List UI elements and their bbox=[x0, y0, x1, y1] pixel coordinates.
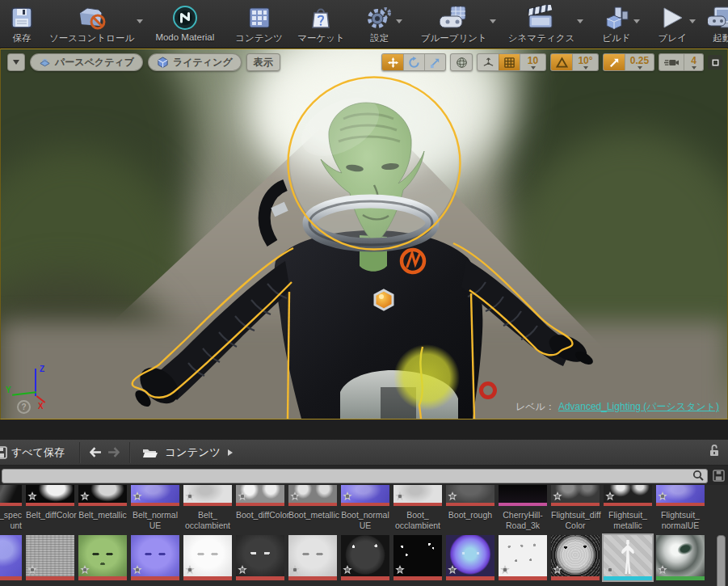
toolbar-button-content[interactable]: コンテンツ bbox=[228, 2, 290, 47]
toolbar-label: ブループリント bbox=[421, 32, 487, 44]
asset-tile[interactable]: t_spec unt bbox=[0, 485, 22, 531]
toolbar-button-blueprints[interactable]: ブループリント bbox=[414, 2, 494, 47]
toolbar-button-source-control[interactable]: ソースコントロール bbox=[42, 2, 141, 47]
asset-color-bar bbox=[656, 503, 705, 506]
lock-content-browser-button[interactable] bbox=[709, 444, 720, 461]
scale-snap-icon bbox=[608, 57, 621, 69]
alien-character[interactable] bbox=[1, 49, 727, 419]
asset-tile[interactable] bbox=[551, 535, 600, 580]
asset-tile[interactable] bbox=[393, 535, 442, 580]
breadcrumb-caret-icon[interactable] bbox=[227, 449, 234, 457]
save-filter-icon[interactable] bbox=[713, 470, 725, 482]
show-button[interactable]: 表示 bbox=[246, 53, 280, 71]
blueprint-icon bbox=[440, 4, 469, 32]
arrow-left-icon bbox=[90, 447, 102, 457]
asset-tile[interactable] bbox=[446, 535, 494, 580]
asset-color-bar bbox=[78, 576, 127, 580]
lighting-mode-button[interactable]: ライティング bbox=[148, 53, 242, 71]
asset-tile[interactable] bbox=[656, 535, 705, 580]
asset-tile[interactable] bbox=[0, 535, 22, 580]
star-icon bbox=[27, 565, 37, 575]
world-space-button[interactable] bbox=[451, 54, 472, 70]
search-input[interactable] bbox=[2, 469, 708, 483]
toolbar-button-play[interactable]: プレイ bbox=[651, 2, 694, 47]
asset-tile[interactable]: Flightsuit_ metallic bbox=[604, 485, 652, 531]
move-tool-button[interactable] bbox=[382, 54, 403, 70]
asset-tile[interactable]: Belt_diffColor bbox=[26, 485, 74, 521]
camera-speed-value[interactable]: 4 bbox=[684, 54, 703, 70]
star-icon bbox=[80, 491, 90, 501]
asset-tile[interactable]: Boot_rough bbox=[446, 485, 494, 521]
asset-tile[interactable] bbox=[236, 535, 284, 580]
asset-tile[interactable] bbox=[288, 535, 337, 580]
rotate-tool-button[interactable] bbox=[403, 54, 424, 70]
asset-tile[interactable]: Belt_ occlambient bbox=[183, 485, 232, 531]
asset-tile[interactable]: Belt_metallic bbox=[78, 485, 127, 521]
asset-tile[interactable]: Boot_metallic bbox=[288, 485, 337, 521]
asset-color-bar bbox=[551, 576, 600, 580]
asset-tile[interactable]: Boot_diffColor bbox=[236, 485, 284, 521]
asset-tile[interactable]: Belt_normal UE bbox=[131, 485, 179, 531]
asset-tile[interactable] bbox=[499, 535, 547, 580]
asset-tile[interactable] bbox=[78, 535, 127, 580]
toolbar-button-cinematics[interactable]: シネマティクス bbox=[501, 2, 582, 47]
breadcrumb-path[interactable]: コンテンツ bbox=[165, 445, 221, 460]
lit-cube-icon bbox=[157, 57, 169, 69]
scale-tool-button[interactable] bbox=[424, 54, 445, 70]
save-all-button[interactable]: すべて保存 bbox=[0, 440, 73, 465]
scale-snap-button[interactable] bbox=[604, 54, 625, 70]
asset-tile[interactable]: CherryHill- Road_3k bbox=[499, 485, 547, 531]
star-icon bbox=[343, 565, 352, 575]
axis-z-label: Z bbox=[40, 365, 44, 373]
camera-speed-button[interactable] bbox=[659, 54, 684, 70]
asset-color-bar bbox=[499, 503, 547, 506]
chevron-down-icon[interactable] bbox=[137, 19, 143, 23]
toolbar-button-launch[interactable]: 起動 bbox=[701, 2, 728, 47]
level-value[interactable]: Advanced_Lighting (パーシスタント) bbox=[558, 401, 719, 412]
maximize-viewport-button[interactable] bbox=[708, 55, 722, 70]
rotation-snap-button[interactable] bbox=[551, 54, 572, 70]
asset-tile[interactable] bbox=[341, 535, 389, 580]
scale-snap-value[interactable]: 0.25 bbox=[625, 54, 654, 70]
viewport[interactable]: Z Y X ? レベル：Advanced_Lighting (パーシスタント) … bbox=[0, 48, 728, 419]
gear-icon bbox=[366, 4, 393, 32]
viewport-options-button[interactable] bbox=[7, 53, 25, 71]
asset-tile[interactable]: Boot_ occlambient bbox=[393, 485, 442, 531]
rotation-snap-value[interactable]: 10° bbox=[572, 54, 598, 70]
asset-tile[interactable] bbox=[604, 535, 652, 580]
chevron-down-icon[interactable] bbox=[490, 19, 496, 23]
chevron-down-icon[interactable] bbox=[396, 19, 402, 23]
asset-color-bar bbox=[288, 576, 337, 580]
toolbar-button-modo-material[interactable]: Modo Material bbox=[148, 2, 221, 47]
rotation-snap-value-text: 10° bbox=[578, 55, 592, 66]
camera-speed-group: 4 bbox=[659, 53, 704, 71]
surface-snap-button[interactable] bbox=[478, 54, 499, 70]
perspective-button[interactable]: パースペクティブ bbox=[30, 53, 143, 71]
toolbar-button-build[interactable]: ビルド bbox=[595, 2, 638, 47]
viewport-scene[interactable]: Z Y X ? レベル：Advanced_Lighting (パーシスタント) bbox=[1, 49, 727, 419]
toolbar-button-save[interactable]: 保存 bbox=[2, 2, 42, 47]
asset-grid[interactable]: t_spec untBelt_diffColorBelt_metallicBel… bbox=[0, 485, 728, 586]
asset-tile[interactable] bbox=[183, 535, 232, 580]
vertical-scrollbar[interactable] bbox=[717, 535, 726, 586]
angle-snap-icon bbox=[556, 57, 568, 69]
asset-color-bar bbox=[393, 576, 442, 580]
grid-snap-button[interactable] bbox=[499, 54, 520, 70]
grid-snap-value[interactable]: 10 bbox=[520, 54, 545, 70]
toolbar-button-settings[interactable]: 設定 bbox=[359, 2, 401, 47]
back-button[interactable] bbox=[87, 444, 105, 462]
forward-button[interactable] bbox=[105, 444, 123, 462]
asset-tile[interactable] bbox=[131, 535, 179, 580]
chevron-down-icon[interactable] bbox=[689, 19, 696, 23]
toolbar-button-marketplace[interactable]: マーケット bbox=[290, 2, 352, 47]
star-icon bbox=[658, 491, 667, 501]
help-circle-icon[interactable]: ? bbox=[17, 400, 31, 414]
chevron-down-icon[interactable] bbox=[577, 19, 583, 23]
chevron-down-icon[interactable] bbox=[633, 19, 640, 23]
asset-tile[interactable] bbox=[26, 535, 74, 580]
asset-tile[interactable]: Flightsuit_ normalUE bbox=[656, 485, 705, 531]
asset-tile[interactable]: Boot_normal UE bbox=[341, 485, 389, 531]
asset-tile[interactable]: Flightsuit_diff Color bbox=[551, 485, 600, 531]
asset-thumbnail bbox=[131, 535, 179, 576]
chevron-down-icon bbox=[531, 66, 536, 70]
